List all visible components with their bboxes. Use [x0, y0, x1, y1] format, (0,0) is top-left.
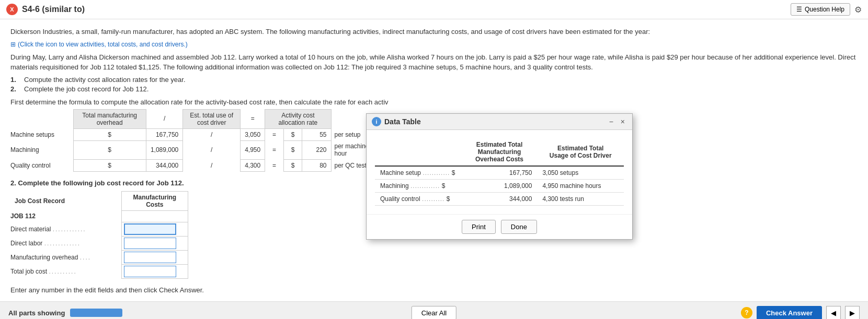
bottom-left: All parts showing — [8, 309, 122, 317]
overhead-value: 344,000 — [146, 159, 182, 171]
top-bar-left: X S4-6 (similar to) — [6, 4, 85, 15]
job-cost-input-1[interactable] — [124, 238, 176, 249]
rate-dollar: $ — [283, 140, 302, 159]
enter-fields-note: Enter any number in the edit fields and … — [10, 286, 858, 294]
modal-footer: Print Done — [367, 214, 632, 239]
progress-bar — [70, 309, 122, 317]
cost-driver-value: 4,950 — [241, 140, 265, 159]
eq-symbol: = — [265, 140, 284, 159]
modal-usage: 4,950 machine hours — [537, 180, 624, 193]
print-button[interactable]: Print — [462, 220, 496, 234]
nav-prev-button[interactable]: ◀ — [826, 306, 841, 320]
rate-value: 220 — [302, 140, 331, 159]
manufacturing-col-header: Manufacturing Costs — [121, 191, 188, 210]
gear-icon[interactable]: ⚙ — [854, 5, 862, 15]
modal-activity: Quality control .......... $ — [375, 193, 462, 206]
allocation-row: Machine setups $ 167,750 / 3,050 = $ 55 … — [10, 128, 376, 140]
overhead-dollar: $ — [73, 159, 146, 171]
modal-overhead: 344,000 — [462, 193, 538, 206]
div-symbol: / — [183, 159, 241, 171]
list-icon: ☰ — [796, 6, 802, 13]
eq-symbol: = — [265, 159, 284, 171]
overhead-value: 1,089,000 — [146, 140, 182, 159]
bottom-bar: All parts showing Clear All ? Check Answ… — [0, 301, 868, 320]
bottom-center: Clear All — [412, 306, 456, 320]
modal-info-icon: i — [372, 117, 381, 126]
overhead-dollar: $ — [73, 128, 146, 140]
job-cost-input-cell — [121, 222, 188, 236]
job-cost-table: Job Cost Record Manufacturing Costs JOB … — [10, 191, 188, 279]
cost-driver-value: 4,300 — [241, 159, 265, 171]
job-cost-label: Direct labor ............. — [10, 236, 121, 250]
div-symbol: / — [183, 128, 241, 140]
rate-value: 55 — [302, 128, 331, 140]
col-activity-header — [375, 138, 462, 166]
modal-data-row: Quality control .......... $ 344,000 4,3… — [375, 193, 624, 206]
modal-data-row: Machining ............. $ 1,089,000 4,95… — [375, 180, 624, 193]
formula-text: First determine the formula to compute t… — [10, 98, 858, 106]
eq-symbol: = — [265, 128, 284, 140]
modal-activity: Machine setup ............ $ — [375, 166, 462, 180]
job-cost-input-cell — [121, 250, 188, 264]
modal-close-button[interactable]: × — [619, 117, 627, 126]
data-table: Estimated Total Manufacturing Overhead C… — [375, 138, 624, 206]
modal-data-row: Machine setup ............ $ 167,750 3,0… — [375, 166, 624, 180]
rate-value: 80 — [302, 159, 331, 171]
question-help-button[interactable]: ☰ Question Help — [791, 3, 850, 16]
modal-title: Data Table — [384, 117, 421, 126]
col-usage-header: Estimated Total Usage of Cost Driver — [537, 138, 624, 166]
app-icon: X — [6, 4, 18, 15]
col-overhead-header: Estimated Total Manufacturing Overhead C… — [462, 138, 538, 166]
bottom-right: ? Check Answer ◀ ▶ — [741, 306, 860, 320]
job-cost-row: Direct material ............ — [10, 222, 188, 236]
page-title: S4-6 (similar to) — [22, 5, 85, 14]
modal-header: i Data Table − × — [367, 114, 632, 130]
data-table-modal: i Data Table − × Estimated Total Manufac… — [366, 113, 633, 240]
check-answer-button[interactable]: Check Answer — [757, 306, 822, 320]
job-cost-row: Direct labor ............. — [10, 236, 188, 250]
modal-usage: 4,300 tests run — [537, 193, 624, 206]
top-bar-right: ☰ Question Help ⚙ — [791, 3, 862, 16]
modal-minimize-button[interactable]: − — [607, 117, 615, 126]
req2: 2. Complete the job cost record for Job … — [10, 85, 858, 93]
activity-label: Machining — [10, 140, 73, 159]
job-cost-row: Total job cost .......... — [10, 264, 188, 278]
modal-overhead: 1,089,000 — [462, 180, 538, 193]
activity-label: Machine setups — [10, 128, 73, 140]
job-cost-input-cell — [121, 264, 188, 278]
table-icon: ⊞ — [10, 41, 16, 48]
done-button[interactable]: Done — [501, 220, 537, 234]
nav-next-button[interactable]: ▶ — [845, 306, 860, 320]
job-cost-input-cell — [121, 236, 188, 250]
problem-paragraph2: During May, Larry and Alisha Dickerson m… — [10, 52, 858, 73]
modal-body: Estimated Total Manufacturing Overhead C… — [367, 130, 632, 214]
job-cost-input-2[interactable] — [124, 252, 176, 263]
job-cost-label: Manufacturing overhead .... — [10, 250, 121, 264]
cost-driver-value: 3,050 — [241, 128, 265, 140]
job-cost-label: Total job cost .......... — [10, 264, 121, 278]
job-cost-label: Direct material ............ — [10, 222, 121, 236]
overhead-value: 167,750 — [146, 128, 182, 140]
allocation-row: Quality control $ 344,000 / 4,300 = $ 80… — [10, 159, 376, 171]
problem-paragraph1: Dickerson Industries, a small, family-ru… — [10, 27, 858, 37]
job-cost-input-3[interactable] — [124, 266, 176, 277]
overhead-dollar: $ — [73, 140, 146, 159]
job-cost-input-0[interactable] — [124, 223, 176, 235]
modal-activity: Machining ............. $ — [375, 180, 462, 193]
clear-all-button[interactable]: Clear All — [412, 306, 456, 320]
rate-dollar: $ — [283, 128, 302, 140]
rate-dollar: $ — [283, 159, 302, 171]
allocation-row: Machining $ 1,089,000 / 4,950 = $ 220 pe… — [10, 140, 376, 159]
modal-overhead: 167,750 — [462, 166, 538, 180]
allocation-table: Total manufacturing overhead / Est. tota… — [10, 109, 376, 172]
help-button[interactable]: ? — [741, 307, 752, 318]
req1: 1. Compute the activity cost allocation … — [10, 76, 858, 84]
div-symbol: / — [183, 140, 241, 159]
main-content: Dickerson Industries, a small, family-ru… — [0, 19, 868, 301]
modal-usage: 3,050 setups — [537, 166, 624, 180]
top-bar: X S4-6 (similar to) ☰ Question Help ⚙ — [0, 0, 868, 19]
click-link[interactable]: ⊞ (Click the icon to view activities, to… — [10, 41, 188, 48]
job-cost-row: Manufacturing overhead .... — [10, 250, 188, 264]
activity-label: Quality control — [10, 159, 73, 171]
all-parts-label: All parts showing — [8, 309, 65, 317]
